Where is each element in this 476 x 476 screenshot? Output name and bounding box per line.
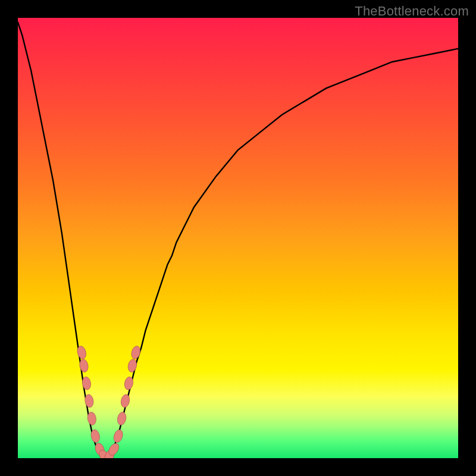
marker-beads: [76, 345, 142, 458]
marker-bead: [120, 394, 131, 408]
marker-bead: [130, 345, 142, 360]
marker-bead: [127, 358, 137, 372]
curve-right-branch: [102, 49, 458, 458]
curve-layer: [18, 18, 458, 458]
marker-bead: [112, 428, 124, 443]
chart-stage: TheBottleneck.com: [0, 0, 476, 476]
curve-left-branch: [18, 22, 102, 458]
plot-area: [18, 18, 458, 458]
watermark-text: TheBottleneck.com: [355, 4, 469, 19]
bottleneck-curve: [18, 22, 458, 458]
marker-bead: [117, 411, 127, 425]
